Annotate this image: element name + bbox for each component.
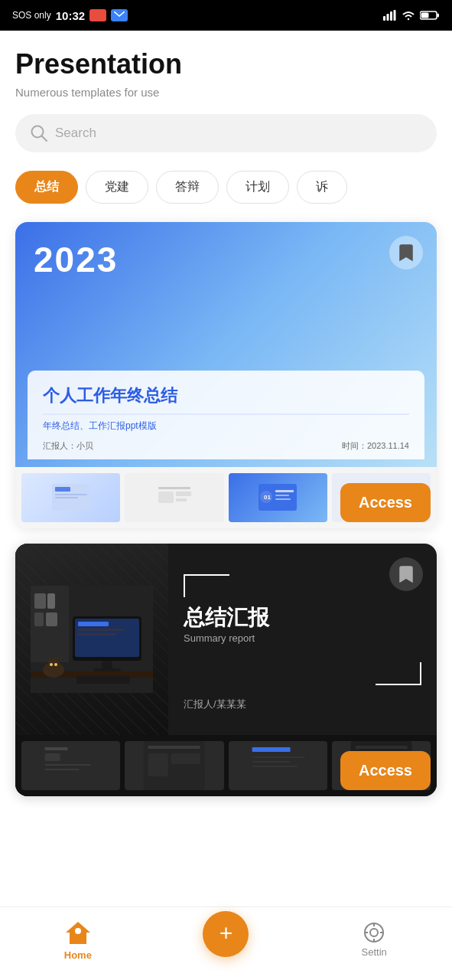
svg-rect-32: [34, 593, 46, 609]
nav-add-button[interactable]: +: [203, 911, 249, 957]
card2-image: [15, 544, 168, 735]
svg-text:01: 01: [264, 494, 271, 501]
dark-thumb-1: [21, 741, 120, 790]
svg-point-46: [47, 658, 60, 671]
card1-year: 2023: [34, 239, 418, 280]
card1-header: 2023 个人工作年终总结 年终总结、工作汇报ppt模版 汇报人：小贝 时间：2…: [15, 222, 437, 467]
mail-icon: [111, 9, 128, 21]
template-card-2: 总结汇报 Summary report 汇报人/某某某: [15, 544, 437, 796]
status-time: 10:32: [56, 9, 85, 22]
nav-home-label: Home: [64, 949, 92, 961]
svg-rect-42: [93, 668, 121, 671]
svg-rect-38: [78, 622, 109, 626]
svg-rect-62: [252, 766, 298, 767]
card1-title-inner: 个人工作年终总结: [43, 384, 409, 415]
home-icon: [64, 919, 92, 946]
svg-rect-33: [47, 593, 55, 609]
svg-rect-44: [76, 676, 130, 684]
svg-rect-40: [78, 633, 116, 635]
svg-rect-12: [55, 494, 87, 495]
sos-icon: [89, 9, 106, 21]
nav-settings-label: Settin: [362, 946, 387, 958]
svg-rect-11: [55, 487, 70, 492]
svg-rect-52: [45, 764, 91, 766]
tab-dangjian[interactable]: 党建: [86, 171, 148, 204]
svg-rect-53: [45, 769, 80, 770]
category-tabs: 总结 党建 答辩 计划 诉: [15, 171, 437, 204]
svg-rect-24: [275, 498, 291, 500]
card2-title-zh: 总结汇报: [184, 603, 421, 632]
nav-add-icon: +: [219, 922, 233, 945]
svg-rect-61: [252, 761, 290, 763]
card2-main: 总结汇报 Summary report 汇报人/某某某: [15, 544, 437, 735]
card2-thumbnails: Access: [15, 735, 437, 796]
card2-image-inner: [15, 544, 168, 735]
tab-more[interactable]: 诉: [297, 171, 347, 204]
nav-home[interactable]: Home: [47, 919, 109, 961]
tab-zongjie[interactable]: 总结: [15, 171, 78, 204]
main-content: Presentation Numerous templates for use …: [0, 31, 452, 888]
tab-dabian[interactable]: 答辩: [156, 171, 219, 204]
svg-rect-2: [387, 14, 389, 21]
svg-point-71: [370, 929, 378, 936]
svg-rect-1: [383, 16, 385, 21]
svg-rect-4: [394, 10, 396, 21]
svg-rect-18: [176, 498, 187, 501]
card2-bookmark-icon[interactable]: [389, 557, 423, 591]
svg-rect-55: [148, 746, 200, 749]
svg-rect-64: [355, 746, 407, 749]
card1-date: 时间：2023.11.14: [342, 440, 409, 452]
settings-icon: [363, 922, 385, 943]
status-bar-left: SOS only 10:32: [12, 9, 128, 22]
page-title: Presentation: [15, 49, 437, 80]
svg-point-47: [50, 663, 53, 666]
battery-icon: [420, 10, 440, 21]
card1-thumbnails: 01 Access: [15, 467, 437, 528]
svg-rect-16: [158, 492, 174, 503]
svg-rect-7: [421, 13, 429, 18]
card2-access-button[interactable]: Access: [340, 751, 431, 790]
svg-rect-51: [45, 753, 60, 761]
svg-rect-13: [55, 497, 78, 498]
status-bar-right: [383, 10, 440, 21]
tab-jihua[interactable]: 计划: [226, 171, 289, 204]
nav-settings[interactable]: Settin: [343, 922, 405, 958]
template-card-1: 2023 个人工作年终总结 年终总结、工作汇报ppt模版 汇报人：小贝 时间：2…: [15, 222, 437, 528]
card2-title-en: Summary report: [184, 632, 421, 644]
page-subtitle: Numerous templates for use: [15, 86, 437, 99]
card2-bracket-bottom: [376, 662, 421, 685]
svg-rect-56: [148, 753, 168, 776]
svg-rect-17: [176, 492, 191, 496]
svg-rect-57: [171, 753, 200, 764]
svg-rect-60: [252, 756, 304, 758]
svg-line-9: [42, 136, 47, 141]
search-placeholder: Search: [55, 126, 96, 141]
sos-text: SOS only: [12, 10, 51, 21]
signal-icon: [383, 10, 397, 21]
search-bar[interactable]: Search: [15, 114, 437, 152]
status-bar: SOS only 10:32: [0, 0, 452, 31]
svg-point-69: [75, 928, 81, 934]
bottom-nav: Home + Settin: [0, 906, 452, 980]
svg-rect-35: [46, 612, 57, 626]
card2-bracket-top: [184, 574, 229, 597]
svg-rect-39: [78, 629, 124, 631]
svg-rect-22: [275, 490, 294, 492]
thumb-2: [125, 473, 223, 522]
wifi-icon: [402, 10, 415, 21]
thumb-1: [21, 473, 120, 522]
card2-reporter: 汇报人/某某某: [184, 697, 421, 711]
search-icon: [31, 125, 47, 142]
svg-point-48: [54, 663, 57, 666]
svg-rect-23: [275, 495, 289, 496]
svg-rect-59: [252, 747, 290, 752]
dark-thumb-2: [125, 741, 223, 790]
card1-bookmark-icon[interactable]: [389, 236, 423, 270]
thumb-3: 01: [229, 473, 327, 522]
dark-thumb-3: [229, 741, 327, 790]
svg-rect-15: [158, 487, 190, 489]
svg-rect-6: [437, 14, 440, 18]
card1-access-button[interactable]: Access: [340, 483, 431, 522]
svg-rect-50: [45, 747, 68, 750]
card1-desc: 年终总结、工作汇报ppt模版: [43, 420, 409, 433]
